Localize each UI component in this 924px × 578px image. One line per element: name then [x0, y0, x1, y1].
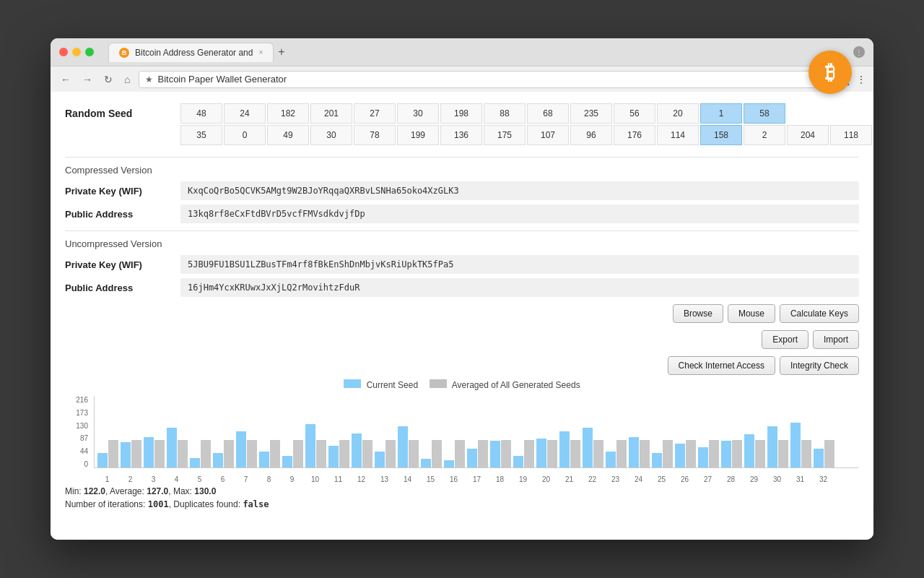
bar-group-29	[744, 434, 765, 467]
menu-icon[interactable]: ⋮	[856, 74, 866, 85]
bar-group-1	[97, 440, 118, 467]
y-axis: 21617313087440	[65, 396, 91, 468]
bar-gray-3	[154, 440, 165, 467]
action-buttons-row2: Export Import	[65, 330, 859, 349]
x-label-17: 17	[466, 475, 487, 483]
x-axis: 1234567891011121314151617181920212223242…	[65, 474, 859, 483]
chart-legend: Current Seed Averaged of All Generated S…	[65, 379, 859, 390]
uncompressed-private-key-value: 5JBU9FU1BSU1LZBusTFm4rf8fBkEnShDnMbjvKsR…	[180, 255, 859, 274]
home-button[interactable]: ⌂	[121, 72, 133, 87]
back-button[interactable]: ←	[58, 72, 74, 87]
tab-bar: B Bitcoin Address Generator and × +	[108, 43, 847, 62]
x-label-6: 6	[212, 475, 233, 483]
bar-gray-1	[108, 440, 118, 467]
bar-group-15	[421, 440, 442, 467]
address-bar[interactable]: ★ Bitcoin Paper Wallet Generator	[139, 71, 816, 88]
integrity-check-button[interactable]: Integrity Check	[780, 356, 859, 375]
mouse-button[interactable]: Mouse	[728, 304, 775, 323]
tab-close-button[interactable]: ×	[258, 48, 263, 56]
x-label-8: 8	[258, 475, 279, 483]
minimize-button[interactable]	[72, 48, 81, 56]
bar-group-31	[790, 423, 811, 467]
bar-blue-30	[767, 426, 777, 467]
bar-blue-28	[721, 441, 731, 467]
bar-blue-25	[652, 453, 662, 467]
active-tab[interactable]: B Bitcoin Address Generator and ×	[108, 43, 274, 62]
iterations-value: 1001	[148, 499, 169, 509]
browser-menu-icon[interactable]: ⋮	[853, 46, 865, 58]
compressed-public-address-row: Public Address 13kq8rf8eCxFtdBVrD5vcfFMV…	[65, 204, 859, 223]
address-bar-icon: ★	[145, 74, 153, 85]
bar-blue-23	[606, 452, 616, 467]
bitcoin-b-icon: ₿	[825, 61, 835, 85]
bar-blue-22	[583, 428, 593, 467]
address-text: Bitcoin Paper Wallet Generator	[157, 74, 287, 85]
bar-group-17	[467, 440, 488, 467]
x-label-32: 32	[813, 475, 834, 483]
forward-button[interactable]: →	[79, 72, 95, 87]
title-bar: B Bitcoin Address Generator and × + ⋮	[51, 38, 873, 66]
bar-blue-29	[744, 434, 754, 467]
bar-group-18	[490, 440, 511, 467]
bar-blue-9	[282, 456, 292, 467]
tab-title: Bitcoin Address Generator and	[135, 48, 253, 58]
bar-blue-27	[698, 447, 708, 467]
min-value: 122.0	[84, 486, 105, 496]
seed-cell-r2-15: 118	[830, 125, 872, 145]
compressed-version-label: Compressed Version	[65, 165, 859, 176]
browse-button[interactable]: Browse	[673, 304, 723, 323]
bar-group-16	[444, 440, 465, 467]
seed-cell-r2-14: 204	[787, 125, 829, 145]
maximize-button[interactable]	[85, 48, 94, 56]
bar-blue-18	[490, 441, 500, 467]
new-tab-button[interactable]: +	[278, 46, 284, 59]
import-button[interactable]: Import	[813, 330, 859, 349]
bar-gray-4	[178, 440, 188, 467]
bar-gray-5	[201, 440, 211, 467]
bar-group-30	[767, 426, 788, 467]
bar-gray-17	[478, 440, 488, 467]
seed-cell-r2-6: 136	[440, 125, 482, 145]
x-label-11: 11	[328, 475, 349, 483]
iterations-label: Number of iterations:	[65, 499, 145, 509]
seed-cell-r2-11: 114	[657, 125, 699, 145]
traffic-lights	[59, 48, 94, 56]
bar-group-5	[190, 440, 211, 467]
avg-label: Average:	[110, 486, 144, 496]
chart-container: 21617313087440	[65, 396, 859, 468]
browser-controls: ⋮	[853, 46, 865, 58]
bar-gray-32	[824, 440, 834, 467]
x-label-25: 25	[651, 475, 672, 483]
bar-gray-30	[778, 440, 788, 467]
seed-cell-r2-1: 0	[224, 125, 266, 145]
compressed-public-address-value: 13kq8rf8eCxFtdBVrD5vcfFMVsdkdvjfDp	[180, 204, 859, 223]
legend-gray-swatch	[430, 379, 447, 388]
bar-group-3	[144, 437, 165, 467]
seed-row-1: 4824182201273019888682355620158	[180, 103, 872, 124]
x-label-21: 21	[559, 475, 580, 483]
bar-blue-17	[467, 449, 477, 467]
bar-blue-14	[398, 426, 408, 467]
seed-cell-r2-10: 176	[614, 125, 655, 145]
bar-gray-26	[686, 440, 696, 467]
seed-cell-r2-0: 35	[180, 125, 222, 145]
check-internet-button[interactable]: Check Internet Access	[668, 356, 775, 375]
bar-gray-31	[801, 440, 811, 467]
bar-gray-25	[663, 440, 673, 467]
compressed-private-key-label: Private Key (WIF)	[65, 186, 180, 197]
x-label-16: 16	[443, 475, 464, 483]
seed-cell-r2-12: 158	[700, 125, 742, 145]
export-button[interactable]: Export	[762, 330, 808, 349]
reload-button[interactable]: ↻	[101, 72, 116, 87]
seed-cell-r1-9: 235	[570, 103, 612, 124]
bar-group-4	[167, 428, 188, 467]
min-label: Min:	[65, 486, 82, 496]
close-button[interactable]	[59, 48, 68, 56]
bar-group-7	[236, 431, 257, 467]
bar-blue-8	[259, 452, 269, 467]
bar-gray-2	[131, 440, 141, 467]
uncompressed-public-address-label: Public Address	[65, 282, 180, 293]
bitcoin-avatar: ₿	[808, 51, 852, 94]
calculate-keys-button[interactable]: Calculate Keys	[780, 304, 859, 323]
bar-group-2	[121, 440, 141, 467]
